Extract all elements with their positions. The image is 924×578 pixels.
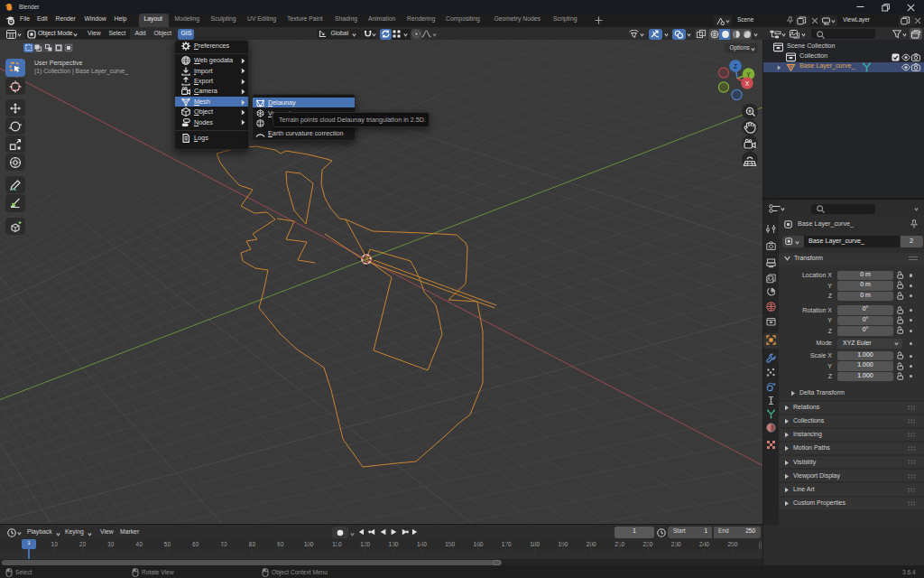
- svg-text:Y: Y: [746, 71, 751, 78]
- svg-text:Z: Z: [734, 63, 737, 70]
- svg-text:X: X: [745, 80, 750, 87]
